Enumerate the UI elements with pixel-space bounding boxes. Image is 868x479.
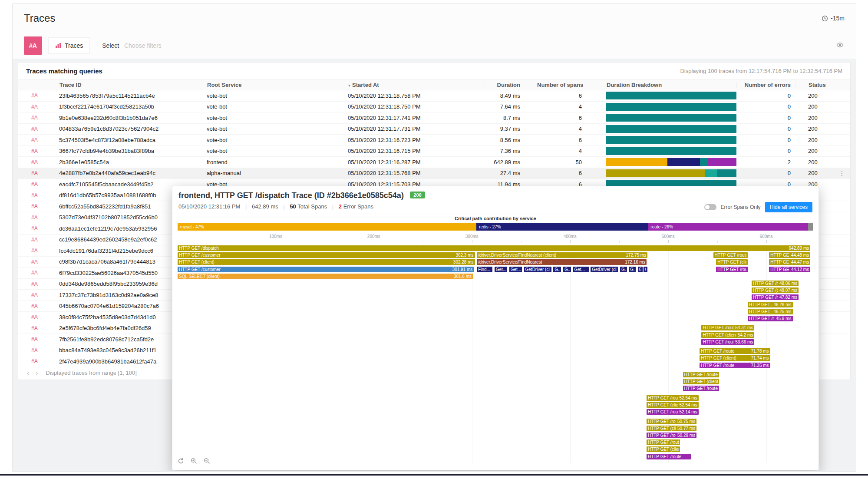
trace-span-bar[interactable]: SQL SELECT (client)301.6 ms [178,274,473,279]
hide-all-services-button[interactable]: Hide all services [765,202,812,212]
trace-span-bar[interactable]: HTTP GET /route48.06 ms [752,281,799,286]
trace-tag: #A [31,126,59,132]
trace-span-bar[interactable]: Find... [477,267,492,272]
trace-span-bar[interactable]: HTTP GET /route50.29 ms [647,433,696,438]
trace-duration: 642.89 ms [252,203,278,210]
trace-span-bar[interactable]: HTTP GET (client) [716,259,747,265]
trace-span-bar[interactable]: GetDriver (client) [524,267,551,272]
root-service-cell: vote-bot [207,148,348,154]
trace-span-bar[interactable]: HTTP GET /route [683,372,719,377]
trace-span-bar[interactable]: HTTP GET (client)48.07 ms [752,287,799,293]
row-actions-kebab[interactable]: ⋮ [834,170,850,177]
trace-span-bar[interactable]: HTTP GET /route52.14 ms [647,409,699,415]
trace-span-bar[interactable]: GetDri... [638,267,643,272]
col-duration-breakdown[interactable]: Duration Breakdown [589,82,736,88]
trace-span-bar[interactable]: HTTP GET /route54.31 ms [701,325,754,330]
col-trace-id[interactable]: Trace ID [59,82,207,88]
trace-span-bar[interactable]: HTTP GET /dispatch642.89 ms [178,245,810,251]
table-row[interactable]: #A 5c374503f5e4c873f12a08ebe788adca vote… [18,135,850,146]
trace-span-bar[interactable]: HTTP GET /route50.75 ms [647,419,696,424]
trace-span-bar[interactable]: HTTP GET /route71.35 ms [700,363,770,368]
reset-view-button[interactable] [178,458,184,466]
trace-span-bar[interactable]: Get... [495,267,507,272]
table-row[interactable]: #A 23fb4635657853f79a5c1145211acb4e vote… [18,90,850,102]
table-row[interactable]: #A 2b366e1e0585c54a frontend 05/10/2020 … [18,157,850,168]
next-page-button[interactable]: › [34,369,40,377]
trace-span-bar[interactable]: HTTP GET /route71.78 ms [700,348,770,354]
trace-span-bar[interactable]: HTTP GET /route [716,267,747,272]
trace-span-bar[interactable]: G... [629,267,636,272]
query-tag-badge[interactable]: #A [24,36,42,55]
zoom-out-icon [204,458,210,464]
trace-span-bar[interactable]: G... [553,267,561,272]
trace-span-bar[interactable]: HTTP GET /route46.28 ms [748,302,793,307]
zoom-out-button[interactable] [204,458,210,466]
zoom-in-button[interactable] [191,458,197,466]
trace-span-bar[interactable]: HTTP GET (client)71.74 ms [700,355,770,361]
trace-span-bar[interactable]: HTTP GET /route53.66 ms [701,339,754,345]
col-started-at[interactable]: ▾Started At [348,82,485,88]
trace-span-bar[interactable]: HTTP GET /route44.12 ms [769,267,810,272]
duration-cell: 7.36 ms [485,148,537,154]
trace-span-bar[interactable]: Get... [573,267,588,272]
trace-span-bar[interactable]: GetD... [644,267,647,272]
status-cell: 200 [795,92,834,99]
trace-span-bar[interactable]: HTTP GET (client) [647,446,680,452]
timeline-tick-label: 500ms [662,234,675,239]
trace-span-bar[interactable]: HTTP GET /route [683,386,719,391]
timeline-tick-label: 400ms [564,234,577,239]
table-row[interactable]: #A 3667fc77cfdb94e4b39be31ba83f89ba vote… [18,146,850,157]
col-duration[interactable]: Duration [485,82,537,88]
col-number-of-errors[interactable]: Number of errors [736,82,795,88]
filter-input[interactable] [123,40,462,51]
col-number-of-spans[interactable]: Number of spans [537,82,589,88]
trace-span-bar[interactable]: HTTP GET /route [647,439,680,445]
table-row[interactable]: #A 004833a7659e1c8d37023c75627904c2 vote… [18,124,850,135]
prev-page-button[interactable]: ‹ [25,369,31,377]
critical-path-segment: redis - 27% [476,223,648,231]
duration-breakdown-segment [717,169,736,177]
trace-span-bar[interactable]: HTTP GET (client)50.77 ms [647,426,696,431]
trace-span-bar[interactable]: HTTP GET /customer302.3 ms [178,252,475,258]
visibility-toggle-button[interactable] [835,40,845,51]
col-status[interactable]: Status [795,82,834,88]
trace-span-bar[interactable]: HTTP GET (client) [683,379,719,384]
time-range-label: -15m [831,15,845,22]
trace-span-bar[interactable]: HTTP GET (client)302.28 ms [178,259,475,265]
started-at-cell: 05/10/2020 12:31:15.768 PM [348,170,485,176]
error-spans-label: Error Spans [343,203,373,210]
trace-span-bar[interactable]: HTTP GET (client)46.25 ms [748,309,793,314]
trace-span-bar[interactable]: G... [563,267,571,272]
col-root-service[interactable]: Root Service [207,82,348,88]
time-range-selector[interactable]: -15m [822,15,845,22]
trace-span-bar[interactable]: HTTP GET /route [713,252,748,258]
sort-caret-icon: ▾ [348,83,350,88]
trace-span-bar[interactable]: HTTP GET (client)54.2 ms [701,332,754,338]
trace-span-bar[interactable]: HTTP GET /route44.48 ms [769,252,810,258]
trace-span-bar[interactable]: GetDriver (client) [591,267,618,272]
panel-title: Traces matching queries [26,67,102,75]
error-spans-only-toggle[interactable] [704,204,716,210]
trace-span-bar[interactable]: Get... [509,267,522,272]
trace-span-bar[interactable]: HTTP GET /route47.82 ms [752,294,799,300]
trace-span-bar[interactable]: HTTP GET (client)52.54 ms [647,402,699,408]
trace-span-bar[interactable]: HTTP GET (client)44.47 ms [769,259,810,265]
trace-span-bar[interactable]: /driver.DriverService/FindNearest172.16 … [477,259,647,265]
error-spans-count: 2 [339,203,342,210]
table-row[interactable]: #A 4e2887fb7e0b2a440afa59cec1eab94c alph… [18,168,850,179]
table-row[interactable]: #A 1f3bcef22174e61704f3cd258213a50b vote… [18,102,850,113]
tab-traces[interactable]: Traces [48,37,90,54]
traces-summary: Displaying 100 traces from 12:17:54.716 … [680,68,842,74]
table-row[interactable]: #A 9b1e0e638ee232d60c8f3b1b051da7e6 vote… [18,112,850,124]
duration-breakdown-segment [606,114,736,122]
trace-span-bar[interactable]: HTTP GET /route45.9 ms [748,316,793,321]
trace-span-bar[interactable]: HTTP GET /route [647,454,691,459]
trace-span-bar[interactable]: HTTP GET /route52.54 ms [647,395,699,401]
duration-breakdown-segment [606,158,667,166]
root-service-cell: frontend [207,159,348,165]
critical-path-segment: mysql - 47% [178,223,476,231]
trace-span-bar[interactable]: HTTP GET /customer301.91 ms [178,267,474,272]
trace-span-bar[interactable]: /driver.DriverService/FindNearest (clien… [477,252,647,258]
trace-span-bar[interactable]: G... [620,267,627,272]
trace-detail-modal: frontend, HTTP GET /dispatch Trace (ID #… [172,186,819,470]
